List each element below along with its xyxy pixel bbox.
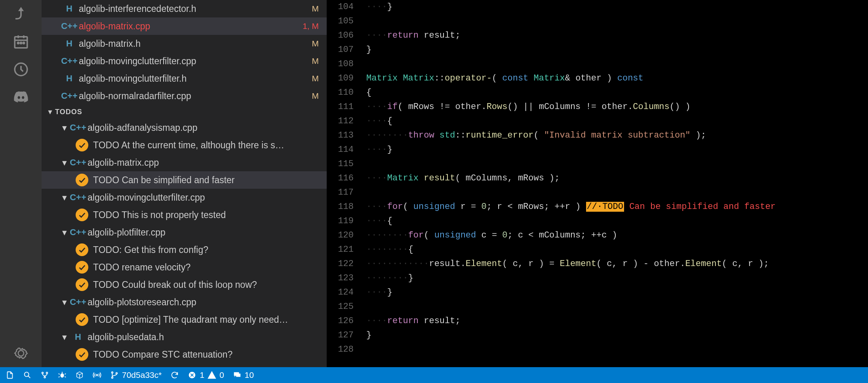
activity-sourcetree-icon[interactable] <box>7 0 35 28</box>
cpp-file-icon: C++ <box>61 21 77 31</box>
todo-item[interactable]: TODO rename velocity? <box>42 259 327 276</box>
todo-text: TODO This is not properly tested <box>93 210 226 220</box>
status-sync-icon[interactable] <box>170 371 179 379</box>
chevron-down-icon: ▾ <box>59 227 70 238</box>
todo-text: TODO At the current time, although there… <box>93 140 284 151</box>
file-name: algolib-matrix.cpp <box>77 21 303 32</box>
chevron-down-icon: ▾ <box>59 192 70 203</box>
status-comments-count: 10 <box>245 370 254 380</box>
status-branch-tool-icon[interactable] <box>40 371 49 379</box>
file-algolib-interferencedetector-h[interactable]: Halgolib-interferencedetector.hM <box>42 0 327 17</box>
todo-item[interactable]: TODO This is not properly tested <box>42 206 327 224</box>
chevron-down-icon: ▾ <box>59 332 70 343</box>
comment-icon <box>233 371 242 379</box>
cpp-file-icon: C++ <box>70 227 86 237</box>
chevron-down-icon: ▾ <box>59 123 70 133</box>
todo-text: TODO Compare STC attenuation? <box>93 349 232 360</box>
h-file-icon: H <box>61 38 77 49</box>
file-status: M <box>312 4 327 13</box>
file-algolib-matrix-cpp[interactable]: C++algolib-matrix.cpp1, M <box>42 17 327 35</box>
status-search-icon[interactable] <box>23 371 32 379</box>
status-branch-label: 70d5a33c* <box>122 370 162 380</box>
activity-gitgraph-icon[interactable] <box>7 56 35 83</box>
svg-line-16 <box>65 373 66 374</box>
status-branch[interactable]: 70d5a33c* <box>110 370 162 380</box>
todo-file-name: algolib-matrix.cpp <box>86 157 159 168</box>
todo-text: TODO: Get this from config? <box>93 245 208 255</box>
todo-item[interactable]: TODO At the current time, although there… <box>42 136 327 154</box>
cpp-file-icon: C++ <box>70 192 86 203</box>
activity-settings-icon[interactable] <box>7 339 35 367</box>
code-content[interactable]: ····} ····return result;} Matrix Matrix:… <box>363 0 868 367</box>
todo-check-icon <box>76 174 88 186</box>
todo-item[interactable]: TODO: Get this from config? <box>42 241 327 259</box>
todo-check-icon <box>76 313 88 326</box>
todo-check-icon <box>76 261 88 274</box>
todos-header-label: TODOS <box>55 108 82 116</box>
todo-check-icon <box>76 278 88 291</box>
svg-line-15 <box>59 373 60 374</box>
status-file-icon[interactable] <box>6 371 14 379</box>
svg-point-5 <box>20 42 22 44</box>
svg-point-22 <box>116 373 118 374</box>
status-package-icon[interactable] <box>75 371 84 379</box>
svg-point-13 <box>60 373 64 377</box>
todo-item[interactable]: TODO Could break out of this loop now? <box>42 276 327 293</box>
h-file-icon: H <box>70 332 86 342</box>
todo-item[interactable]: TODO Can be simplified and faster <box>42 171 327 189</box>
svg-line-9 <box>28 376 30 378</box>
cpp-file-icon: C++ <box>61 56 77 66</box>
warning-icon <box>207 371 216 379</box>
file-status: 1, M <box>303 21 327 31</box>
todo-file-algolib-pulsedata-h[interactable]: ▾Halgolib-pulsedata.h <box>42 328 327 346</box>
cpp-file-icon: C++ <box>61 91 77 101</box>
activity-discord-icon[interactable] <box>7 83 35 111</box>
editor[interactable]: 1041051061071081091101111121131141151161… <box>327 0 868 367</box>
svg-point-20 <box>112 372 113 373</box>
file-algolib-normalradarfilter-cpp[interactable]: C++algolib-normalradarfilter.cppM <box>42 87 327 105</box>
file-name: algolib-interferencedetector.h <box>77 4 312 14</box>
todo-text: TODO [optimize] The quadrant may only ne… <box>93 314 288 325</box>
file-status: M <box>312 74 327 83</box>
file-name: algolib-movingclutterfilter.cpp <box>77 56 312 67</box>
activity-calendar-icon[interactable] <box>7 28 35 56</box>
todo-item[interactable]: TODO [optimize] The quadrant may only ne… <box>42 311 327 328</box>
status-warnings: 0 <box>219 370 224 380</box>
file-algolib-movingclutterfilter-h[interactable]: Halgolib-movingclutterfilter.hM <box>42 70 327 87</box>
todo-file-algolib-plotfilter-cpp[interactable]: ▾C++algolib-plotfilter.cpp <box>42 224 327 241</box>
todo-file-name: algolib-pulsedata.h <box>86 332 164 343</box>
svg-point-6 <box>23 42 25 44</box>
todo-file-algolib-plotstoresearch-cpp[interactable]: ▾C++algolib-plotstoresearch.cpp <box>42 293 327 311</box>
todo-file-name: algolib-adfanalysismap.cpp <box>86 123 197 133</box>
status-problems[interactable]: 1 0 <box>188 370 224 380</box>
todo-file-name: algolib-movingclutterfilter.cpp <box>86 192 205 203</box>
h-file-icon: H <box>61 4 77 14</box>
todo-file-algolib-matrix-cpp[interactable]: ▾C++algolib-matrix.cpp <box>42 154 327 171</box>
status-remote-icon[interactable] <box>93 371 101 379</box>
git-branch-icon <box>110 371 119 379</box>
todo-item[interactable]: TODO Compare STC attenuation? <box>42 346 327 363</box>
cpp-file-icon: C++ <box>70 297 86 307</box>
error-icon <box>188 371 196 379</box>
status-debug-icon[interactable] <box>58 371 67 379</box>
sidebar: Halgolib-interferencedetector.hMC++algol… <box>42 0 327 367</box>
status-comments[interactable]: 10 <box>233 370 254 380</box>
svg-point-4 <box>17 42 19 44</box>
activity-bar <box>0 0 42 367</box>
file-status: M <box>312 39 327 48</box>
h-file-icon: H <box>61 73 77 84</box>
svg-point-19 <box>96 374 98 376</box>
todo-file-algolib-adfanalysismap-cpp[interactable]: ▾C++algolib-adfanalysismap.cpp <box>42 119 327 136</box>
status-bar: 70d5a33c* 1 0 10 <box>0 367 868 383</box>
file-algolib-movingclutterfilter-cpp[interactable]: C++algolib-movingclutterfilter.cppM <box>42 52 327 70</box>
svg-point-12 <box>44 377 46 378</box>
todo-file-name: algolib-plotstoresearch.cpp <box>86 297 196 308</box>
todo-check-icon <box>76 209 88 221</box>
file-algolib-matrix-h[interactable]: Halgolib-matrix.hM <box>42 35 327 52</box>
line-gutter: 1041051061071081091101111121131141151161… <box>327 0 363 367</box>
todo-file-algolib-movingclutterfilter-cpp[interactable]: ▾C++algolib-movingclutterfilter.cpp <box>42 189 327 206</box>
file-name: algolib-movingclutterfilter.h <box>77 73 312 84</box>
todos-section-header[interactable]: ▾ TODOS <box>42 105 327 119</box>
file-name: algolib-matrix.h <box>77 38 312 49</box>
cpp-file-icon: C++ <box>70 157 86 168</box>
